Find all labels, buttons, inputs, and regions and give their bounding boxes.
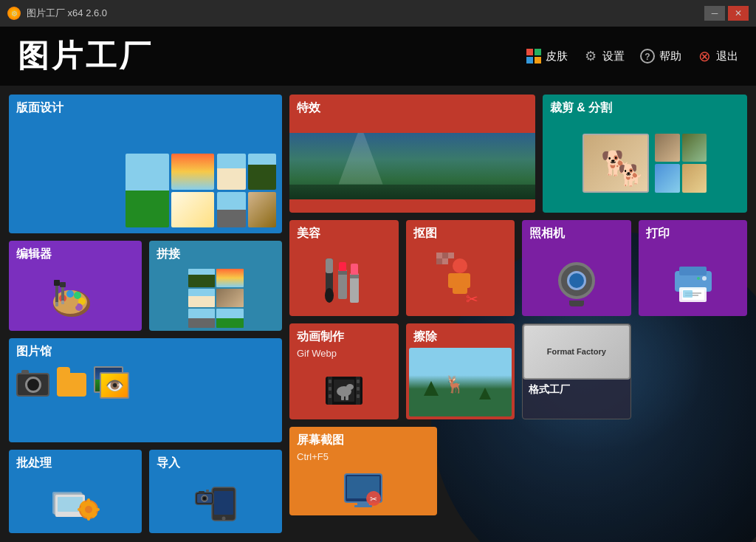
tile-crop[interactable]: 裁剪 & 分割 🐕 🐕: [543, 95, 747, 213]
svg-rect-41: [199, 491, 205, 494]
tile-cutout[interactable]: 抠图: [406, 220, 515, 316]
svg-rect-2: [526, 57, 533, 64]
tile-effects[interactable]: 特效: [289, 95, 535, 213]
svg-rect-30: [94, 508, 100, 511]
svg-point-10: [74, 292, 81, 299]
svg-point-26: [85, 506, 92, 513]
exit-nav-item[interactable]: ⊗ 退出: [696, 48, 738, 64]
svg-rect-64: [679, 267, 707, 275]
svg-rect-83: [341, 393, 344, 400]
svg-rect-0: [526, 49, 533, 55]
tile-camera-label: 照相机: [522, 220, 631, 244]
svg-rect-42: [206, 490, 209, 492]
gallery-folder-icon: [57, 373, 86, 397]
svg-point-85: [346, 384, 354, 390]
tile-batch-img: [9, 474, 142, 533]
header: 图片工厂 皮肤 ⚙ 设置: [0, 27, 756, 86]
tile-import-label: 导入: [149, 450, 282, 474]
tile-batch-label: 批处理: [9, 450, 142, 474]
svg-rect-16: [55, 302, 58, 306]
tile-gallery-label: 图片馆: [9, 338, 282, 363]
svg-rect-75: [329, 380, 331, 383]
tile-import[interactable]: 导入: [149, 450, 282, 533]
tile-camera[interactable]: 照相机: [522, 220, 631, 316]
tile-erase-img: 🦌: [406, 348, 515, 419]
tile-collage-label: 拼接: [149, 241, 282, 265]
left-panel: 版面设计 编: [9, 95, 282, 533]
tile-print-label: 打印: [639, 220, 748, 244]
tile-editor[interactable]: 编辑器: [9, 241, 142, 331]
tile-gallery[interactable]: 图片馆 👁️: [9, 338, 282, 442]
settings-icon: ⚙: [583, 48, 599, 64]
settings-nav-item[interactable]: ⚙ 设置: [583, 48, 625, 64]
tile-screenshot-label: 屏幕截图: [289, 427, 437, 451]
svg-rect-48: [338, 271, 347, 275]
help-nav-item[interactable]: ? 帮助: [639, 48, 681, 64]
right-row1: 特效 裁剪 & 分割 🐕 🐕: [289, 95, 747, 213]
format-factory-box: Format Factory: [523, 324, 630, 380]
skin-label: 皮肤: [546, 49, 568, 64]
tile-erase[interactable]: 擦除 🦌: [406, 323, 515, 419]
svg-rect-90: [354, 505, 372, 507]
tile-gif[interactable]: 动画制作 Gif Webp: [289, 323, 399, 419]
titlebar-title: 图片工厂 x64 2.6.0: [27, 7, 107, 20]
svg-rect-76: [329, 387, 331, 391]
tile-effects-label: 特效: [289, 95, 535, 119]
tile-collage[interactable]: 拼接: [149, 241, 282, 331]
svg-point-45: [325, 288, 334, 303]
svg-rect-18: [60, 282, 66, 287]
header-nav: 皮肤 ⚙ 设置 ? 帮助 ⊗ 退出: [526, 48, 738, 64]
tile-print[interactable]: 打印: [639, 220, 748, 316]
help-icon: ?: [639, 48, 656, 64]
empty-slot-2: [599, 427, 747, 515]
svg-text:✂: ✂: [466, 291, 478, 307]
tile-beauty-img: [289, 244, 399, 316]
svg-rect-56: [436, 258, 442, 264]
tile-screenshot-sublabel: Ctrl+F5: [289, 451, 437, 465]
right-row3: 动画制作 Gif Webp: [289, 323, 747, 419]
tile-screenshot[interactable]: 屏幕截图 Ctrl+F5 ✂: [289, 427, 437, 515]
tile-editor-label: 编辑器: [9, 241, 142, 265]
tile-layout[interactable]: 版面设计: [9, 95, 282, 233]
svg-point-13: [66, 299, 78, 308]
tile-beauty-label: 美容: [289, 220, 399, 244]
svg-rect-55: [448, 253, 454, 258]
tile-batch[interactable]: 批处理: [9, 450, 142, 533]
svg-rect-79: [357, 387, 360, 391]
right-row4: 屏幕截图 Ctrl+F5 ✂: [289, 427, 747, 515]
tile-layout-images: [9, 119, 282, 233]
svg-rect-60: [448, 273, 456, 288]
svg-point-71: [697, 277, 700, 280]
minimize-button[interactable]: ─: [704, 6, 725, 21]
main-grid: 版面设计 编: [0, 86, 756, 542]
svg-rect-28: [87, 515, 90, 521]
tile-gallery-icons: 👁️: [9, 363, 282, 407]
tile-beauty[interactable]: 美容: [289, 220, 399, 316]
skin-nav-item[interactable]: 皮肤: [526, 48, 568, 64]
skin-icon: [526, 48, 542, 64]
tile-gif-img: [289, 362, 399, 419]
svg-text:✂: ✂: [370, 494, 377, 504]
tile-format-factory[interactable]: Format Factory 格式工厂: [522, 323, 631, 419]
tile-cutout-img: ✂: [406, 244, 515, 316]
tile-erase-label: 擦除: [406, 323, 515, 348]
svg-point-70: [702, 276, 707, 281]
svg-rect-53: [436, 253, 442, 258]
tile-row2: 编辑器: [9, 241, 282, 331]
svg-rect-34: [214, 491, 233, 515]
tile-print-img: [639, 244, 748, 316]
tile-editor-img: [9, 265, 142, 331]
tile-effects-img: [289, 119, 535, 213]
tile-collage-img: [149, 265, 282, 331]
right-area: 特效 裁剪 & 分割 🐕 🐕: [289, 95, 747, 533]
close-button[interactable]: ✕: [728, 6, 749, 21]
svg-rect-3: [535, 57, 541, 64]
settings-label: 设置: [602, 49, 625, 64]
svg-point-58: [453, 258, 467, 273]
tile-import-img: [149, 474, 282, 533]
tile-layout-label: 版面设计: [9, 95, 282, 119]
svg-rect-78: [357, 380, 360, 383]
tile-crop-label: 裁剪 & 分割: [543, 95, 747, 119]
svg-rect-69: [683, 290, 693, 298]
svg-rect-84: [346, 393, 348, 400]
